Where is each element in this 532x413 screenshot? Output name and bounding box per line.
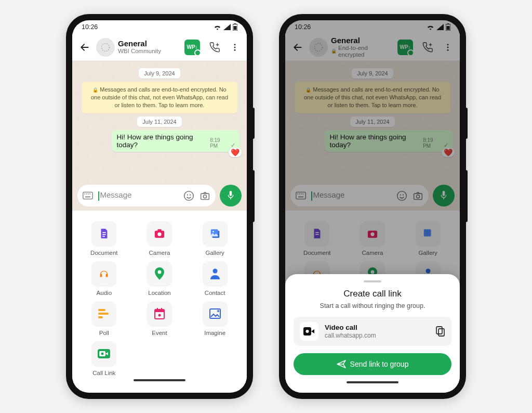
message-input[interactable]: Message xyxy=(77,185,216,206)
battery-icon xyxy=(233,23,237,31)
svg-rect-20 xyxy=(103,234,106,235)
svg-point-29 xyxy=(212,269,217,274)
svg-point-13 xyxy=(184,191,194,200)
phone-right: 10:26 General 🔒End-to-end encrypted WP↓ xyxy=(279,14,466,399)
svg-rect-70 xyxy=(438,329,444,336)
svg-point-69 xyxy=(306,330,309,333)
svg-rect-31 xyxy=(98,313,109,315)
video-call-icon xyxy=(300,322,318,341)
attach-camera[interactable]: Camera xyxy=(133,221,187,256)
phone-left: 10:26 General WBI Community WP↓ xyxy=(66,14,253,399)
svg-point-37 xyxy=(158,314,161,317)
screen-left: 10:26 General WBI Community WP↓ xyxy=(72,20,247,393)
sheet-drag-handle[interactable] xyxy=(364,280,381,282)
svg-point-28 xyxy=(157,270,161,274)
svg-point-27 xyxy=(212,231,214,233)
create-call-link-sheet: Create call link Start a call without ri… xyxy=(285,274,460,393)
svg-point-4 xyxy=(234,44,236,45)
community-badge[interactable]: WP↓ xyxy=(181,36,203,58)
svg-point-17 xyxy=(203,195,206,198)
attach-location[interactable]: Location xyxy=(133,261,187,296)
sheet-title: Create call link xyxy=(294,289,451,299)
add-call-button[interactable] xyxy=(206,38,224,56)
chat-title: General xyxy=(118,40,178,48)
svg-rect-35 xyxy=(157,308,158,311)
attach-document[interactable]: Document xyxy=(77,221,131,256)
svg-point-23 xyxy=(157,233,161,236)
svg-rect-34 xyxy=(155,309,164,312)
composer-row: Message xyxy=(72,180,247,211)
chat-area: July 9, 2024 🔒 Messages and calls are en… xyxy=(72,61,247,180)
call-link-row[interactable]: Video call call.whatsapp.com xyxy=(294,317,451,346)
status-time: 10:26 xyxy=(82,23,98,31)
outgoing-message[interactable]: Hi! How are things going today? 8:19 PM … xyxy=(112,130,240,152)
send-link-button[interactable]: Send link to group xyxy=(294,353,451,375)
svg-rect-8 xyxy=(84,193,85,195)
status-icons xyxy=(214,23,237,31)
svg-rect-18 xyxy=(230,191,232,196)
svg-rect-9 xyxy=(86,193,87,195)
send-icon xyxy=(337,360,346,368)
svg-rect-71 xyxy=(436,327,442,334)
keyboard-icon[interactable] xyxy=(83,191,93,200)
attach-audio[interactable]: Audio xyxy=(77,261,131,296)
attach-gallery[interactable]: Gallery xyxy=(188,221,242,256)
attach-call-link[interactable]: Call Link xyxy=(77,341,131,376)
signal-icon xyxy=(223,24,231,30)
svg-rect-10 xyxy=(88,193,89,195)
svg-point-14 xyxy=(187,194,188,195)
group-avatar[interactable] xyxy=(96,38,115,57)
date-separator-2: July 11, 2024 xyxy=(137,117,181,127)
svg-rect-12 xyxy=(85,197,90,198)
attach-contact[interactable]: Contact xyxy=(188,261,242,296)
svg-rect-36 xyxy=(161,308,162,311)
svg-rect-16 xyxy=(201,193,209,199)
status-bar: 10:26 xyxy=(72,20,247,34)
emoji-icon[interactable] xyxy=(183,190,194,201)
attach-poll[interactable]: Poll xyxy=(77,301,131,336)
wifi-icon xyxy=(214,24,221,30)
chat-title-block[interactable]: General WBI Community xyxy=(118,40,178,55)
svg-rect-11 xyxy=(89,193,90,195)
sheet-subtitle: Start a call without ringing the group. xyxy=(294,302,451,309)
date-separator-1: July 9, 2024 xyxy=(139,68,180,79)
svg-point-3 xyxy=(102,43,110,51)
chat-header: General WBI Community WP↓ xyxy=(72,34,247,61)
attach-event[interactable]: Event xyxy=(133,301,187,336)
chat-subtitle: WBI Community xyxy=(118,48,178,55)
svg-rect-1 xyxy=(234,23,236,24)
home-indicator[interactable] xyxy=(134,379,185,381)
svg-rect-30 xyxy=(98,309,105,311)
camera-icon[interactable] xyxy=(200,190,210,201)
svg-point-6 xyxy=(234,49,236,50)
message-placeholder: Message xyxy=(98,190,178,200)
attach-imagine[interactable]: Imagine xyxy=(188,301,242,336)
lock-icon: 🔒 xyxy=(92,87,98,93)
screen-right: 10:26 General 🔒End-to-end encrypted WP↓ xyxy=(285,20,460,393)
menu-button[interactable] xyxy=(227,40,243,55)
svg-rect-21 xyxy=(103,236,105,237)
mic-button[interactable] xyxy=(220,185,242,206)
attachment-panel: Document Camera Gallery Audio Location xyxy=(72,211,247,388)
message-time: 8:19 PM xyxy=(210,137,228,149)
reaction-heart[interactable]: ❤️ xyxy=(229,148,242,157)
svg-point-15 xyxy=(190,194,191,195)
svg-rect-19 xyxy=(103,232,106,233)
svg-point-41 xyxy=(101,353,104,355)
message-text: Hi! How are things going today? xyxy=(117,133,207,149)
svg-rect-7 xyxy=(83,192,92,199)
svg-rect-24 xyxy=(157,229,161,231)
back-button[interactable] xyxy=(76,39,93,56)
link-type: Video call xyxy=(325,324,430,332)
svg-rect-32 xyxy=(98,316,103,318)
svg-point-5 xyxy=(234,46,236,48)
link-url: call.whatsapp.com xyxy=(325,332,430,339)
home-indicator[interactable] xyxy=(347,381,398,383)
copy-button[interactable] xyxy=(436,326,445,337)
svg-rect-2 xyxy=(234,26,237,30)
encryption-notice[interactable]: 🔒 Messages and calls are end-to-end encr… xyxy=(82,82,237,113)
